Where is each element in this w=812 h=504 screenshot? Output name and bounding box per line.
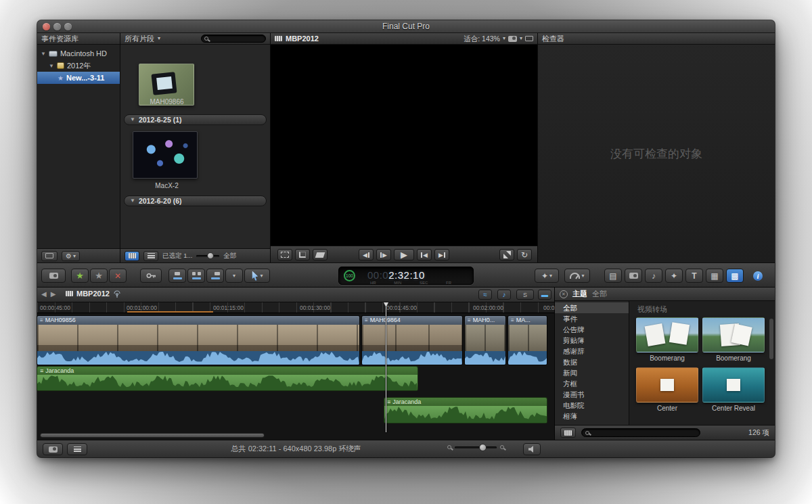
reject-button[interactable]: ✕ <box>109 269 127 283</box>
viewer-canvas[interactable] <box>271 45 537 246</box>
effects-browser-button[interactable]: ✦ <box>665 269 683 283</box>
toggle-event-library-button[interactable] <box>41 251 58 261</box>
chevron-down-icon[interactable]: ▾ <box>158 33 160 44</box>
zoom-in-icon[interactable] <box>500 445 504 449</box>
project-tab[interactable]: MBP2012 <box>66 290 121 298</box>
category-item[interactable]: 新闻 <box>555 367 629 378</box>
timecode-display[interactable]: 100 00:02:32:10 HR MIN SEC FR <box>338 267 474 285</box>
disclosure-icon[interactable]: ▼ <box>49 63 54 69</box>
disclosure-icon[interactable]: ▼ <box>41 51 46 57</box>
date-section-header[interactable]: ▼ 2012-6-25 (1) <box>124 114 267 125</box>
crop-overlay-button[interactable] <box>295 249 310 260</box>
loop-playback-button[interactable]: ↻ <box>517 249 532 260</box>
themes-scope[interactable]: 全部 <box>592 289 607 299</box>
chevron-down-icon[interactable]: ▾ <box>503 33 505 44</box>
transition-thumbnail[interactable] <box>702 317 765 352</box>
distort-overlay-button[interactable] <box>313 249 328 260</box>
import-media-button[interactable] <box>41 269 66 283</box>
transition-thumbnail[interactable] <box>636 317 698 352</box>
themes-scrollbar[interactable] <box>769 319 773 359</box>
disclosure-icon[interactable]: ▼ <box>130 196 135 206</box>
snapping-toggle[interactable]: S <box>516 290 534 300</box>
category-item[interactable]: 感谢辞 <box>555 346 629 357</box>
audio-meters-button[interactable] <box>523 443 541 455</box>
themes-search-input[interactable] <box>581 428 700 437</box>
minimize-window-button[interactable] <box>53 23 61 30</box>
category-item[interactable]: 相薄 <box>555 411 629 421</box>
zoom-slider-knob[interactable] <box>479 444 487 451</box>
category-item[interactable]: 剪贴簿 <box>555 335 629 346</box>
clip-thumbnail-macx2[interactable] <box>133 131 198 179</box>
timeline-clip-jaracanda-1[interactable]: ≡Jaracanda <box>37 367 418 390</box>
close-window-button[interactable] <box>43 23 50 30</box>
transform-overlay-button[interactable] <box>277 249 292 260</box>
audio-skimming-toggle[interactable]: ♪ <box>497 290 511 300</box>
zoom-slider[interactable] <box>455 446 497 449</box>
display-icon[interactable] <box>525 36 533 41</box>
category-item[interactable]: 事件 <box>555 313 629 324</box>
retime-menu[interactable]: ▾ <box>564 269 590 283</box>
music-browser-button[interactable]: ♪ <box>645 269 662 283</box>
zoom-window-button[interactable] <box>64 23 72 30</box>
close-icon[interactable]: ✕ <box>560 290 568 298</box>
chevron-down-icon[interactable]: ▾ <box>520 33 522 44</box>
list-view-button[interactable] <box>143 251 158 261</box>
timeline-clip-mah0[interactable]: ≡MAH0... <box>465 316 505 365</box>
unrate-button[interactable]: ★ <box>90 269 108 283</box>
play-button[interactable]: ▶ <box>394 249 414 260</box>
keyword-editor-button[interactable] <box>140 269 162 283</box>
themes-view-button[interactable] <box>560 428 576 438</box>
timeline-horizontal-scrollbar[interactable] <box>40 433 265 438</box>
search-input[interactable] <box>201 35 266 43</box>
fullscreen-button[interactable] <box>499 249 514 260</box>
skimming-toggle[interactable]: ≈ <box>478 290 492 300</box>
timeline-clip-mah09856[interactable]: ≡MAH09856 <box>37 316 359 365</box>
playhead[interactable] <box>386 302 386 432</box>
transition-thumbnail[interactable] <box>702 367 765 403</box>
timeline-clip-mah09864[interactable]: ≡MAH09864 <box>362 316 462 365</box>
category-all[interactable]: 全部 <box>555 302 629 313</box>
transition-item[interactable]: Boomerang <box>702 317 765 362</box>
tree-item-2012[interactable]: ▼ 2012年 <box>37 60 120 72</box>
timeline-forward-button[interactable]: ▶ <box>51 290 56 298</box>
previous-frame-button[interactable]: ◀ <box>359 249 374 260</box>
media-browser-button[interactable]: ▤ <box>604 269 622 283</box>
tree-item-macintosh-hd[interactable]: ▼ Macintosh HD <box>37 47 120 60</box>
zoom-level-popup[interactable]: 适合: 143% <box>464 33 500 44</box>
append-edit-button[interactable] <box>206 269 224 283</box>
category-item[interactable]: 数据 <box>555 357 629 367</box>
edit-options-menu[interactable]: ▾ <box>225 269 243 283</box>
range-marker[interactable] <box>127 311 213 313</box>
category-item[interactable]: 公告牌 <box>555 324 629 335</box>
tree-item-new-event[interactable]: ★ New...-3-11 <box>37 72 120 84</box>
next-edit-button[interactable]: ▶ <box>434 249 449 260</box>
transition-item[interactable]: Center Reveal <box>702 367 765 412</box>
category-item[interactable]: 方框 <box>555 378 629 389</box>
enhancements-menu[interactable]: ✦ ▾ <box>535 269 559 283</box>
insert-edit-button[interactable] <box>187 269 205 283</box>
zoom-out-icon[interactable] <box>447 445 451 449</box>
timeline-clip-jaracanda-2[interactable]: ≡Jaracanda <box>384 398 547 423</box>
disclosure-icon[interactable]: ▼ <box>130 115 135 124</box>
transition-thumbnail[interactable] <box>636 367 698 403</box>
inspector-toggle-button[interactable]: i <box>749 269 767 283</box>
duration-slider[interactable] <box>196 255 219 257</box>
connect-edit-button[interactable] <box>168 269 186 283</box>
solo-toggle[interactable]: ▬ <box>538 290 551 300</box>
generators-browser-button[interactable]: ▦ <box>706 269 723 283</box>
tool-select-menu[interactable]: ▾ <box>244 269 270 283</box>
themes-browser-button[interactable]: ▩ <box>726 269 744 283</box>
previous-edit-button[interactable]: ◀ <box>417 249 432 260</box>
titlebar[interactable]: Final Cut Pro <box>37 20 775 33</box>
favorite-button[interactable]: ★ <box>71 269 89 283</box>
filter-popup[interactable]: 所有片段 <box>125 33 154 44</box>
event-action-menu-button[interactable]: ⚙ ▾ <box>62 251 80 261</box>
timeline-clip-ma[interactable]: ≡MA... <box>508 316 547 365</box>
category-item[interactable]: 漫画书 <box>555 389 629 400</box>
timeline-ruler[interactable]: 00:00:45:00 00:01:00:00 00:01:15:00 00:0… <box>37 302 554 313</box>
timeline-back-button[interactable]: ◀ <box>41 290 47 298</box>
titles-browser-button[interactable]: T <box>685 269 703 283</box>
photos-browser-button[interactable] <box>625 269 642 283</box>
camera-icon[interactable] <box>508 36 517 42</box>
transition-item[interactable]: Center <box>636 367 698 412</box>
